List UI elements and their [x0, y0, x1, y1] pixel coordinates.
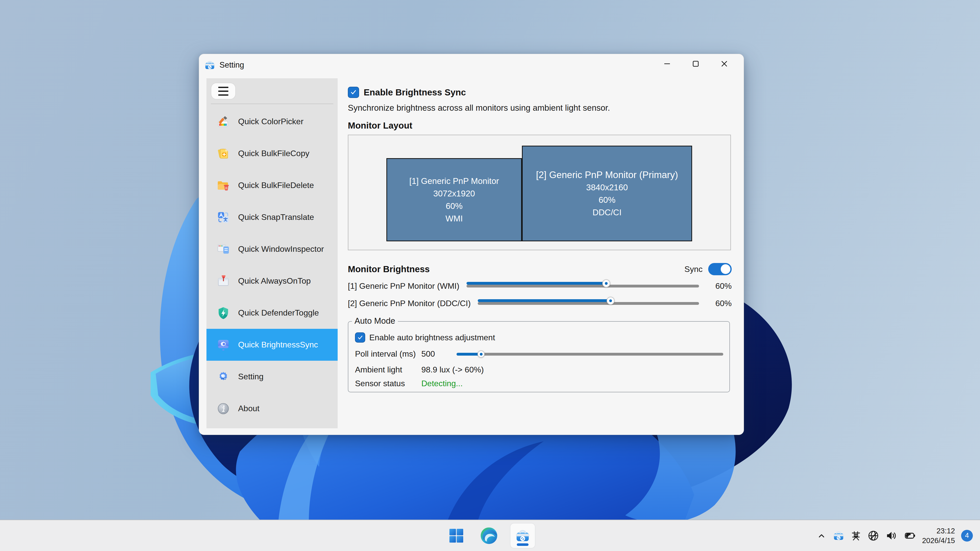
sidebar-item-label: Quick ColorPicker — [238, 117, 304, 126]
sidebar-item-about[interactable]: About — [207, 392, 338, 424]
monitor-layout-panel: [1] Generic PnP Monitor 3072x1920 60% WM… — [348, 135, 731, 250]
sidebar-item-label: Quick SnapTranslate — [238, 213, 314, 222]
brightness-slider-1-thumb[interactable] — [602, 279, 610, 287]
sidebar-item-quick-alwaysontop[interactable]: Quick AlwaysOnTop — [207, 265, 338, 297]
notification-badge[interactable]: 4 — [961, 530, 973, 541]
active-app-indicator — [517, 543, 528, 546]
speaker-icon[interactable] — [885, 530, 897, 541]
sidebar-item-quick-bulkfiledelete[interactable]: Quick BulkFileDelete — [207, 169, 338, 201]
globe-offline-icon[interactable] — [867, 530, 879, 541]
poll-interval-value: 500 — [422, 349, 457, 359]
monitor-layout-heading: Monitor Layout — [348, 121, 732, 130]
monitor-1-name: [1] Generic PnP Monitor — [409, 175, 499, 187]
edge-browser-icon — [479, 526, 498, 545]
brightness-slider-2-label: [2] Generic PnP Monitor (DDC/CI) — [348, 299, 471, 308]
sidebar-item-quick-defendertoggle[interactable]: Quick DefenderToggle — [207, 297, 338, 329]
ime-indicator[interactable] — [851, 530, 861, 541]
maximize-button[interactable] — [681, 54, 710, 73]
minimize-button[interactable] — [653, 54, 681, 73]
auto-mode-legend: Auto Mode — [352, 316, 398, 326]
always-on-top-icon — [217, 275, 230, 288]
brightness-slider-2-value: 60% — [706, 299, 732, 308]
tray-date: 2026/4/15 — [922, 536, 955, 545]
monitor-2-method: DDC/CI — [593, 206, 622, 219]
toolbox-app-button[interactable] — [510, 523, 535, 548]
poll-interval-slider-thumb[interactable] — [477, 351, 485, 358]
auto-brightness-checkbox[interactable] — [355, 332, 365, 343]
monitor-2-name: [2] Generic PnP Monitor (Primary) — [536, 168, 678, 181]
sidebar-item-label: Setting — [238, 372, 264, 381]
brightness-sync-icon — [217, 338, 230, 351]
sensor-status-label: Sensor status — [355, 379, 422, 388]
tray-chevron-up-icon[interactable] — [816, 530, 827, 541]
sidebar-item-label: Quick AlwaysOnTop — [238, 276, 311, 286]
taskbar: 23:12 2026/4/15 4 — [0, 519, 980, 551]
edge-button[interactable] — [477, 523, 501, 548]
toolbox-app-icon — [515, 528, 530, 543]
close-button[interactable] — [710, 54, 738, 73]
sidebar-item-label: About — [238, 404, 259, 413]
monitor-1-brightness: 60% — [445, 200, 463, 212]
sync-toggle[interactable] — [708, 263, 732, 275]
sidebar-item-label: Quick BulkFileCopy — [238, 149, 309, 158]
tray-clock[interactable]: 23:12 2026/4/15 — [922, 526, 955, 545]
sync-toggle-knob — [721, 264, 730, 274]
about-info-icon — [217, 402, 230, 415]
auto-brightness-label: Enable auto brightness adjustment — [369, 333, 495, 342]
window-inspector-icon — [217, 243, 230, 256]
monitor-2-resolution: 3840x2160 — [586, 181, 628, 194]
window-title: Setting — [220, 60, 244, 70]
windows-start-icon — [447, 527, 466, 545]
brightness-slider-2-thumb[interactable] — [607, 297, 614, 305]
sidebar-item-quick-brightnesssync[interactable]: Quick BrightnessSync — [207, 329, 338, 361]
auto-mode-groupbox: Auto Mode Enable auto brightness adjustm… — [348, 321, 730, 392]
settings-window: Setting — [199, 54, 744, 435]
feature-description: Synchronize brightness across all monito… — [348, 103, 732, 113]
monitor-brightness-heading: Monitor Brightness — [348, 264, 430, 274]
hamburger-icon[interactable] — [211, 83, 236, 100]
monitor-1-resolution: 3072x1920 — [433, 187, 475, 200]
color-picker-icon — [217, 115, 230, 128]
poll-interval-slider[interactable] — [457, 350, 723, 358]
sidebar-menu: Quick ColorPicker Quick BulkFileCopy — [207, 106, 338, 424]
sidebar: Quick ColorPicker Quick BulkFileCopy — [207, 78, 338, 428]
bulk-file-delete-icon — [217, 179, 230, 192]
enable-brightness-sync-label: Enable Brightness Sync — [364, 87, 466, 97]
sidebar-item-quick-bulkfilecopy[interactable]: Quick BulkFileCopy — [207, 138, 338, 169]
battery-saver-icon[interactable] — [903, 529, 916, 542]
monitor-1-method: WMI — [445, 212, 463, 225]
sidebar-divider — [211, 103, 333, 104]
titlebar[interactable]: Setting — [199, 54, 744, 76]
sync-toggle-label: Sync — [684, 265, 703, 274]
main-content: Enable Brightness Sync Synchronize brigh… — [348, 86, 732, 392]
monitor-1-rect: [1] Generic PnP Monitor 3072x1920 60% WM… — [387, 158, 522, 241]
sidebar-item-quick-windowinspector[interactable]: Quick WindowInspector — [207, 233, 338, 265]
sidebar-item-label: Quick BrightnessSync — [238, 340, 318, 349]
defender-toggle-icon — [217, 306, 230, 320]
sidebar-item-label: Quick DefenderToggle — [238, 308, 319, 318]
ambient-light-label: Ambient light — [355, 365, 422, 375]
snap-translate-icon — [217, 211, 230, 224]
toolbox-icon — [204, 59, 215, 71]
bulk-file-copy-icon — [217, 147, 230, 160]
brightness-slider-1-label: [1] Generic PnP Monitor (WMI) — [348, 281, 460, 291]
brightness-slider-1-value: 60% — [706, 281, 732, 291]
tray-toolbox-icon[interactable] — [833, 530, 845, 541]
sidebar-item-label: Quick WindowInspector — [238, 245, 324, 254]
setting-gear-icon — [217, 370, 230, 383]
enable-brightness-sync-checkbox[interactable] — [348, 87, 359, 98]
sensor-status-value: Detecting... — [422, 379, 463, 388]
brightness-slider-1[interactable] — [466, 282, 699, 290]
monitor-2-brightness: 60% — [598, 194, 615, 206]
poll-interval-label: Poll interval (ms) — [355, 349, 422, 359]
brightness-slider-2[interactable] — [478, 299, 699, 307]
sidebar-item-quick-snaptranslate[interactable]: Quick SnapTranslate — [207, 201, 338, 233]
sidebar-item-label: Quick BulkFileDelete — [238, 181, 314, 190]
monitor-2-rect: [2] Generic PnP Monitor (Primary) 3840x2… — [522, 146, 692, 241]
sidebar-item-quick-colorpicker[interactable]: Quick ColorPicker — [207, 106, 338, 138]
start-button[interactable] — [445, 523, 468, 548]
ambient-light-value: 98.9 lux (-> 60%) — [422, 365, 484, 375]
sidebar-item-setting[interactable]: Setting — [207, 361, 338, 392]
tray-time: 23:12 — [922, 526, 955, 536]
